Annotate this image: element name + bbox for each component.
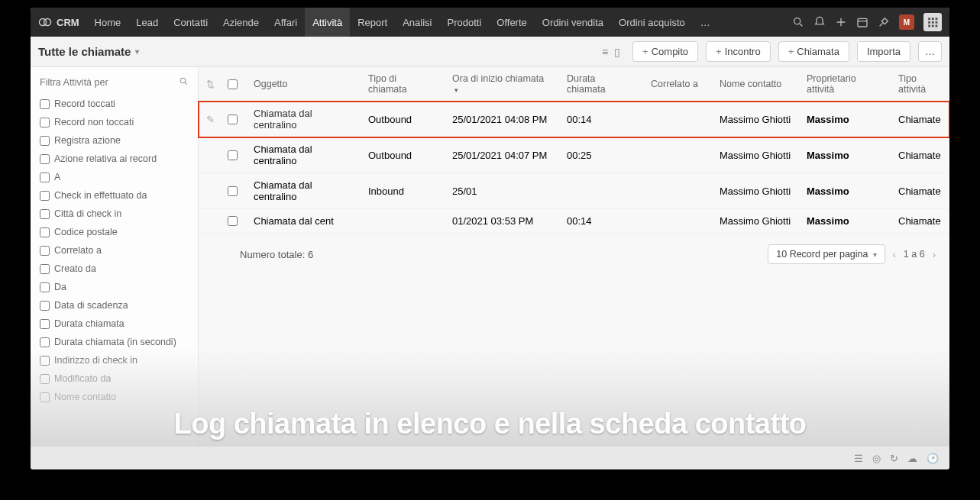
new-chiamata-button[interactable]: +Chiamata [778,41,849,62]
filter-checkbox[interactable] [40,301,50,311]
table-row[interactable]: ✎Chiamata dal centralinoOutbound25/01/20… [199,102,949,137]
tray-icon[interactable]: ☁ [907,453,917,464]
per-page-select[interactable]: 10 Record per pagina ▾ [768,244,885,264]
filter-item[interactable]: Codice postale [31,223,198,241]
filter-item[interactable]: Città di check in [31,205,198,223]
table-row[interactable]: Chiamata dal cent01/2021 03:53 PM00:14Ma… [199,209,949,234]
filter-label: Record non toccati [54,117,134,127]
kanban-view-icon[interactable]: ▯ [614,46,620,58]
filter-item[interactable]: Durata chiamata (in secondi) [31,333,198,351]
nav-analisi[interactable]: Analisi [395,8,439,37]
filter-checkbox[interactable] [40,264,50,274]
brand[interactable]: CRM [38,15,79,29]
select-all-checkbox[interactable] [228,79,238,89]
nav-contatti[interactable]: Contatti [166,8,215,37]
filter-checkbox[interactable] [40,227,50,237]
row-checkbox[interactable] [228,216,238,226]
filter-item[interactable]: Check in effettuato da [31,186,198,205]
row-checkbox[interactable] [228,150,238,160]
col-durata[interactable]: Durata chiamata [559,67,643,101]
filter-item[interactable]: Record non toccati [31,113,198,131]
nav-lead[interactable]: Lead [128,8,166,37]
next-page-button[interactable]: › [933,249,936,260]
filter-item[interactable]: Modificato da [31,369,198,388]
calendar-icon[interactable] [856,16,868,28]
filter-checkbox[interactable] [40,209,50,219]
filter-item[interactable]: Indirizzo di check in [31,351,198,369]
filter-item[interactable]: Azione relativa ai record [31,150,198,168]
filter-item[interactable]: Da [31,278,198,296]
more-actions-button[interactable]: … [918,41,942,62]
new-compito-button[interactable]: +Compito [632,41,698,62]
filter-checkbox[interactable] [40,246,50,256]
sidebar-search-icon[interactable] [179,76,189,89]
filter-item[interactable]: Record toccati [31,95,198,113]
cell-owner: Massimo [799,179,891,203]
tools-icon[interactable] [878,16,890,28]
filter-checkbox[interactable] [40,154,50,164]
filter-item[interactable]: Durata chiamata [31,315,198,333]
search-icon[interactable] [792,16,804,28]
edit-icon[interactable] [199,185,220,197]
bell-icon[interactable] [813,16,826,28]
col-correlato[interactable]: Correlato a [643,73,712,95]
nav-ordinivendita[interactable]: Ordini vendita [535,8,611,37]
col-tipoatt[interactable]: Tipo attività [891,67,944,101]
tray-icon[interactable]: ◎ [872,453,881,464]
row-checkbox[interactable] [228,115,238,124]
tray-icon[interactable]: 🕑 [927,453,939,464]
filter-checkbox[interactable] [40,99,50,109]
nav-prodotti[interactable]: Prodotti [439,8,489,37]
importa-button[interactable]: Importa [857,41,910,62]
edit-icon[interactable] [199,149,220,161]
filter-item[interactable]: Registra azione [31,131,198,150]
filter-checkbox[interactable] [40,282,50,292]
tray-icon[interactable]: ☰ [854,453,863,464]
nav-ordiniacquisto[interactable]: Ordini acquisto [611,8,693,37]
edit-icon[interactable]: ✎ [199,108,220,131]
filter-checkbox[interactable] [40,136,50,146]
col-ora[interactable]: Ora di inizio chiamata ▾ [445,67,559,101]
filter-label: Data di scadenza [54,300,128,311]
table-row[interactable]: Chiamata dal centralinoInbound25/01Massi… [199,173,949,209]
plus-icon[interactable] [835,16,847,28]
filter-checkbox[interactable] [40,319,50,329]
row-checkbox[interactable] [228,186,238,196]
filter-item[interactable]: Creato da [31,260,198,278]
table-row[interactable]: Chiamata dal centralinoOutbound25/01/202… [199,137,949,173]
filter-item[interactable]: Correlato a [31,241,198,260]
filter-checkbox[interactable] [40,356,50,366]
nav-offerte[interactable]: Offerte [489,8,535,37]
avatar[interactable]: M [899,15,914,30]
list-view-icon[interactable]: ≡ [602,46,608,58]
col-contatto[interactable]: Nome contatto [712,73,799,95]
filter-checkbox[interactable] [40,191,50,201]
filter-item[interactable]: A [31,168,198,186]
cell-durata: 00:14 [559,209,643,233]
filter-checkbox[interactable] [40,374,50,384]
nav-home[interactable]: Home [87,8,129,37]
filter-checkbox[interactable] [40,118,50,127]
cell-correlato [643,113,712,125]
filter-checkbox[interactable] [40,173,50,182]
filter-checkbox[interactable] [40,392,50,402]
nav-affari[interactable]: Affari [267,8,305,37]
col-tipo[interactable]: Tipo di chiamata [361,67,445,101]
nav-report[interactable]: Report [350,8,395,37]
col-owner[interactable]: Proprietario attività [799,67,891,101]
filter-checkbox[interactable] [40,337,50,347]
filter-label: Nome contatto [54,392,116,402]
filter-item[interactable]: Nome contatto [31,388,198,406]
new-incontro-button[interactable]: +Incontro [706,41,771,62]
edit-icon[interactable] [199,215,220,227]
apps-grid-icon[interactable] [923,13,942,31]
col-oggetto[interactable]: Oggetto [246,73,361,95]
view-selector[interactable]: Tutte le chiamate ▾ [38,45,139,58]
prev-page-button[interactable]: ‹ [893,249,896,260]
nav-aziende[interactable]: Aziende [215,8,267,37]
filter-item[interactable]: Data di scadenza [31,296,198,315]
nav-more[interactable]: … [693,8,718,37]
tray-icon[interactable]: ↻ [890,453,898,464]
nav-attivita[interactable]: Attività [305,8,350,37]
col-sort-icon[interactable]: ⇅ [199,73,220,96]
